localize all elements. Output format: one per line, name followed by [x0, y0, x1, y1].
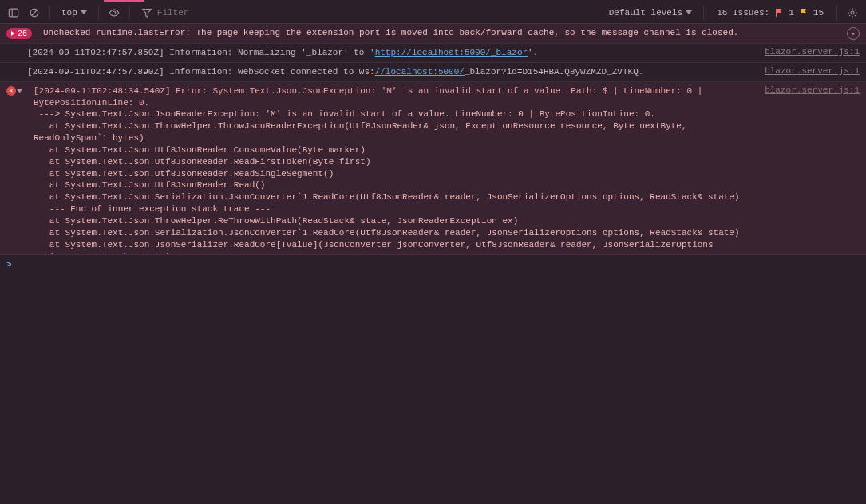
source-link[interactable]: blazor.server.js:1 [765, 85, 860, 95]
console-toolbar: top Default levels 16 Issues: 1 15 [0, 2, 866, 24]
log-row[interactable]: [2024-09-11T02:47:57.890Z] Information: … [0, 63, 866, 82]
console-log-list: 26Unchecked runtime.lastError: The page … [0, 24, 866, 254]
source-link[interactable]: blazor.server.js:1 [765, 47, 860, 57]
chevron-down-icon [686, 10, 692, 14]
log-message: [2024-09-11T02:48:34.540Z] Error: System… [30, 85, 757, 254]
log-message: Unchecked runtime.lastError: The page ke… [43, 27, 840, 39]
svg-point-4 [113, 11, 116, 14]
error-flag-icon [774, 8, 784, 18]
warning-flag-icon [799, 8, 809, 18]
context-label: top [61, 8, 77, 18]
filter-icon [141, 7, 152, 18]
link[interactable]: http://localhost:5000/_blazor [375, 48, 528, 57]
disclosure-triangle-icon[interactable] [17, 89, 23, 93]
log-gutter: 26 [6, 27, 43, 39]
log-row[interactable]: 26Unchecked runtime.lastError: The page … [0, 24, 866, 44]
log-gutter: ✕ [6, 85, 30, 96]
svg-line-3 [32, 10, 38, 15]
issues-error-count: 1 [789, 8, 794, 18]
log-gutter [6, 47, 27, 48]
log-gutter [6, 66, 27, 67]
prompt-chevron-icon: > [6, 260, 12, 270]
filter-input[interactable] [157, 8, 596, 18]
live-expression-button[interactable] [105, 4, 123, 22]
log-message: [2024-09-11T02:47:57.859Z] Information: … [27, 47, 757, 59]
console-prompt[interactable]: > [0, 254, 866, 274]
log-message: [2024-09-11T02:47:57.890Z] Information: … [27, 66, 757, 78]
log-row[interactable]: ✕[2024-09-11T02:48:34.540Z] Error: Syste… [0, 82, 866, 254]
svg-point-5 [851, 11, 854, 14]
clear-console-button[interactable] [26, 4, 43, 22]
issues-warn-count: 15 [813, 8, 824, 18]
chevron-down-icon [81, 10, 87, 14]
log-levels-selector[interactable]: Default levels [604, 4, 697, 22]
sidebar-toggle-button[interactable] [5, 4, 22, 22]
ai-explain-button[interactable]: ✦ [847, 27, 860, 40]
issues-label: 16 Issues: [717, 8, 769, 18]
issues-button[interactable]: 16 Issues: 1 15 [710, 8, 830, 18]
execution-context-selector[interactable]: top [57, 4, 92, 22]
error-icon: ✕ [6, 86, 16, 96]
repeat-count-badge: 26 [6, 28, 32, 39]
console-settings-button[interactable] [844, 4, 861, 22]
log-levels-label: Default levels [609, 8, 682, 18]
log-row[interactable]: [2024-09-11T02:47:57.859Z] Information: … [0, 44, 866, 63]
svg-rect-0 [9, 9, 18, 17]
link[interactable]: //localhost:5000/ [375, 67, 465, 77]
source-link[interactable]: blazor.server.js:1 [765, 66, 860, 76]
